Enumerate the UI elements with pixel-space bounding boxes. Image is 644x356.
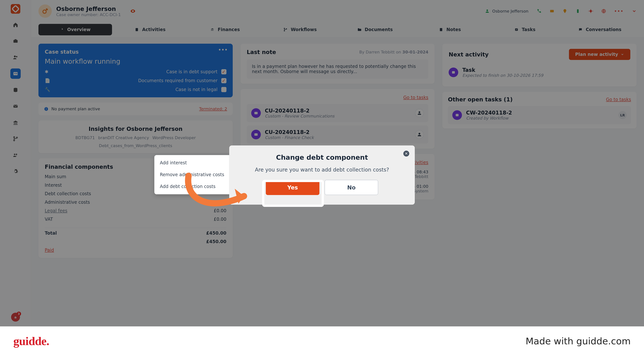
modal-title: Change debt component — [240, 154, 404, 161]
made-with: Made with guidde.com — [526, 336, 631, 346]
menu-remove-admin[interactable]: Remove administrative costs — [154, 169, 234, 181]
yes-button[interactable]: Yes — [266, 180, 320, 195]
financial-dropdown: Add interest Remove administrative costs… — [154, 155, 234, 194]
guidde-logo: guidde. — [13, 334, 49, 348]
change-debt-modal: ✕ Change debt component Are you sure you… — [229, 145, 415, 205]
menu-add-debt[interactable]: Add debt collection costs — [154, 181, 234, 192]
footer: guidde. Made with guidde.com — [0, 326, 644, 356]
close-icon[interactable]: ✕ — [403, 151, 409, 157]
modal-message: Are you sure you want to add debt collec… — [240, 167, 404, 173]
menu-add-interest[interactable]: Add interest — [154, 157, 234, 169]
no-button[interactable]: No — [324, 180, 378, 195]
